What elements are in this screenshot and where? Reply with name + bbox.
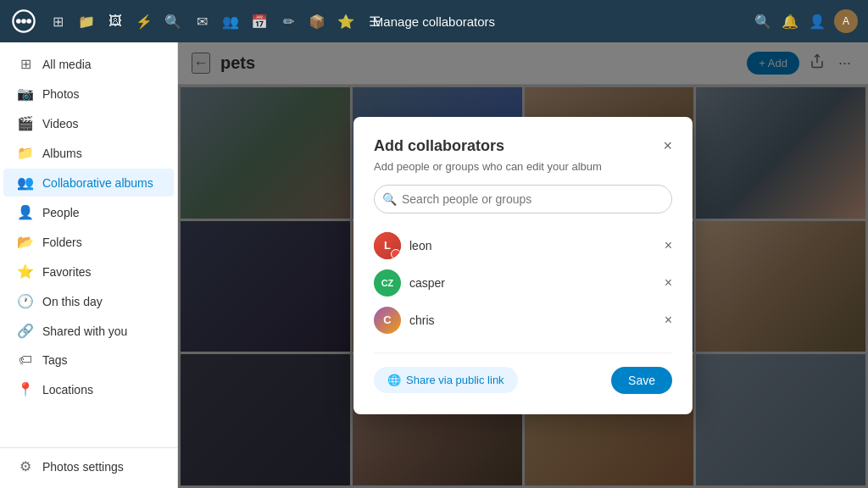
collaborator-item-leon: L leon ×	[374, 227, 672, 264]
collaborative-albums-icon: 👥	[17, 175, 34, 191]
sidebar-item-photos[interactable]: 📷 Photos	[3, 80, 174, 108]
on-this-day-icon: 🕐	[17, 293, 34, 309]
videos-icon: 🎬	[17, 115, 34, 131]
collaborator-item-chris: C chris ×	[374, 302, 672, 339]
globe-icon: 🌐	[387, 374, 401, 386]
collaborator-name-chris: chris	[409, 313, 656, 327]
svg-point-1	[16, 19, 21, 24]
starred-nav-icon[interactable]: ⭐	[336, 11, 356, 31]
sidebar-item-on-this-day[interactable]: 🕐 On this day	[3, 287, 174, 315]
folder-nav-icon[interactable]: 📁	[76, 11, 97, 31]
search-collaborators-input[interactable]	[374, 185, 672, 214]
contacts-nav-icon[interactable]: 👥	[220, 11, 241, 31]
photos-icon: 📷	[17, 86, 34, 102]
collaborators-list: L leon × CZ casper × C	[374, 227, 672, 339]
notifications-icon[interactable]: 🔔	[780, 11, 800, 31]
collaborator-name-leon: leon	[409, 239, 656, 252]
shared-icon: 🔗	[17, 323, 34, 339]
collaborator-item-casper: CZ casper ×	[374, 264, 672, 302]
topbar-title: Manage collaborators	[373, 14, 495, 29]
activity-nav-icon[interactable]: ⚡	[134, 11, 154, 31]
search-nav-icon[interactable]: 🔍	[163, 11, 183, 31]
modal-overlay[interactable]: Add collaborators × Add people or groups…	[178, 42, 868, 488]
people-icon: 👤	[17, 204, 34, 220]
remove-casper-button[interactable]: ×	[665, 275, 672, 291]
search-icon: 🔍	[382, 192, 397, 206]
modal-title: Add collaborators	[374, 137, 504, 155]
collaborator-avatar-casper: CZ	[374, 269, 401, 297]
content-area: ← pets + Add ···	[178, 42, 868, 488]
sidebar-item-folders[interactable]: 📂 Folders	[3, 228, 174, 256]
locations-icon: 📍	[17, 381, 34, 397]
sidebar-item-albums[interactable]: 📁 Albums	[3, 139, 174, 167]
topbar-right: 🔍 🔔 👤 A	[753, 9, 858, 33]
folders-icon: 📂	[17, 234, 34, 250]
sidebar-item-photos-settings[interactable]: ⚙ Photos settings	[3, 452, 174, 480]
sidebar-item-shared-with-you[interactable]: 🔗 Shared with you	[3, 317, 174, 345]
modal-subtitle: Add people or groups who can edit your a…	[374, 160, 672, 173]
sidebar-item-videos[interactable]: 🎬 Videos	[3, 109, 174, 137]
contacts-topbar-icon[interactable]: 👤	[807, 11, 827, 31]
sidebar-item-people[interactable]: 👤 People	[3, 198, 174, 226]
remove-chris-button[interactable]: ×	[665, 313, 672, 328]
settings-icon: ⚙	[17, 458, 34, 474]
sidebar-item-favorites[interactable]: ⭐ Favorites	[3, 258, 174, 286]
mail-nav-icon[interactable]: ✉	[192, 11, 212, 31]
share-public-link-button[interactable]: 🌐 Share via public link	[374, 367, 518, 393]
modal-header: Add collaborators ×	[374, 137, 672, 155]
sidebar-item-collaborative-albums[interactable]: 👥 Collaborative albums	[3, 169, 174, 197]
collaborator-avatar-leon: L	[374, 232, 401, 259]
main-layout: ⊞ All media 📷 Photos 🎬 Videos 📁 Albums 👥…	[0, 42, 868, 488]
all-media-icon: ⊞	[17, 56, 34, 72]
sidebar-item-tags[interactable]: 🏷 Tags	[3, 347, 174, 374]
sidebar-item-all-media[interactable]: ⊞ All media	[3, 50, 174, 78]
modal-close-button[interactable]: ×	[663, 137, 672, 155]
save-button[interactable]: Save	[611, 367, 672, 394]
image-nav-icon[interactable]: 🖼	[105, 11, 125, 31]
favorites-icon: ⭐	[17, 263, 34, 280]
add-collaborators-modal: Add collaborators × Add people or groups…	[353, 117, 693, 414]
svg-point-2	[21, 19, 26, 24]
collaborator-avatar-chris: C	[374, 307, 401, 334]
grid-nav-icon[interactable]: ⊞	[47, 11, 68, 31]
tags-icon: 🏷	[17, 352, 34, 368]
notes-nav-icon[interactable]: ✏	[278, 11, 298, 31]
nextcloud-logo[interactable]	[10, 8, 37, 35]
modal-footer: 🌐 Share via public link Save	[374, 352, 672, 394]
sidebar: ⊞ All media 📷 Photos 🎬 Videos 📁 Albums 👥…	[0, 42, 178, 488]
calendar-nav-icon[interactable]: 📅	[249, 11, 270, 31]
topbar: ⊞ 📁 🖼 ⚡ 🔍 ✉ 👥 📅 ✏ 📦 ⭐ ☰ Manage collabora…	[0, 0, 868, 42]
collaborator-name-casper: casper	[409, 276, 656, 290]
user-avatar[interactable]: A	[834, 9, 858, 33]
search-topbar-icon[interactable]: 🔍	[753, 11, 773, 31]
files-nav-icon[interactable]: 📦	[307, 11, 327, 31]
svg-point-3	[26, 19, 31, 24]
remove-leon-button[interactable]: ×	[665, 238, 672, 253]
search-wrapper: 🔍	[374, 185, 672, 214]
albums-icon: 📁	[17, 145, 34, 161]
sidebar-item-locations[interactable]: 📍 Locations	[3, 375, 174, 403]
